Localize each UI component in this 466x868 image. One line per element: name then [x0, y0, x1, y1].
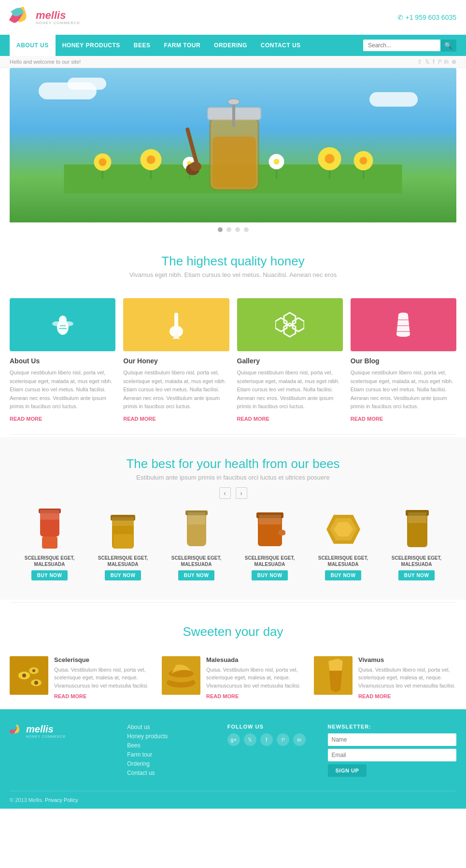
feature-icon-gallery	[237, 298, 343, 351]
welcome-text: Hello and welcome to our site!	[10, 59, 81, 65]
sweeten-item-2: Malesuada Quisa. Vestibulum libero nisl,…	[162, 656, 304, 700]
feature-title-honey: Our Honey	[123, 357, 229, 365]
sweeten-title: Sweeten your day	[10, 624, 456, 639]
svg-rect-25	[232, 103, 235, 127]
svg-point-69	[22, 674, 26, 677]
sweeten-title-2: Malesuada	[206, 656, 304, 663]
slider-dot-1[interactable]	[218, 227, 223, 232]
svg-rect-51	[112, 517, 134, 526]
footer-link-ordering[interactable]: Ordering	[127, 760, 213, 767]
hero-slider	[10, 68, 456, 234]
jar-svg	[181, 88, 268, 194]
carousel-prev[interactable]: ‹	[219, 487, 231, 499]
svg-point-4	[147, 155, 155, 164]
carousel-next[interactable]: ›	[236, 487, 247, 499]
buy-button-5[interactable]: BUY NOW	[325, 570, 362, 580]
svg-marker-38	[275, 318, 287, 331]
footer-link-about[interactable]: About us	[127, 724, 213, 730]
social-rss-icon[interactable]: ⊕	[452, 58, 456, 65]
footer-google-icon[interactable]: g+	[227, 733, 240, 746]
product-title-2: SCELERISQUE EGET, MALESUADA	[89, 555, 157, 567]
product-grid: SCELERISQUE EGET, MALESUADA BUY NOW SCEL…	[0, 503, 466, 590]
feature-icon-about	[10, 298, 115, 351]
signup-button[interactable]: SIGN UP	[328, 764, 367, 777]
divider-1	[10, 434, 456, 435]
buy-button-6[interactable]: BUY NOW	[398, 570, 435, 580]
logo-icon	[10, 6, 33, 29]
nav-bees[interactable]: BEES	[127, 35, 157, 56]
sweeten-link-2[interactable]: READ MORE	[206, 693, 239, 699]
slider-dot-4[interactable]	[244, 227, 249, 232]
newsletter-name-input[interactable]	[328, 733, 456, 746]
hero-heading: The highest quality honey	[0, 254, 466, 269]
svg-point-40	[398, 313, 408, 317]
feature-text-honey: Quisque nestibulum libero nisl, porta ve…	[123, 369, 229, 411]
search-input[interactable]	[363, 40, 440, 51]
social-twitter-icon[interactable]: 𝕏	[425, 58, 430, 65]
footer-logo-name: mellis	[26, 724, 66, 735]
feature-title-blog: Our Blog	[351, 357, 456, 365]
sweeten-link-3[interactable]: READ MORE	[358, 693, 391, 699]
footer-facebook-icon[interactable]: f	[260, 733, 273, 746]
cloud-3	[369, 92, 418, 107]
footer-social-row: g+ 𝕏 f 𝓟 in	[227, 733, 313, 746]
nav-honey-products[interactable]: HONEY PRODUCTS	[56, 35, 127, 56]
buy-button-4[interactable]: BUY NOW	[252, 570, 288, 580]
footer-pinterest-icon[interactable]: 𝓟	[277, 733, 289, 746]
sweeten-link-1[interactable]: READ MORE	[54, 693, 86, 699]
logo[interactable]: mellis HONEY COMMERCE	[10, 6, 80, 29]
newsletter-email-input[interactable]	[328, 749, 456, 761]
products-subtext: Estibulum ante ipsum primis in faucibus …	[0, 474, 466, 481]
privacy-link[interactable]: Privacy Policy	[45, 797, 78, 803]
footer-twitter-icon[interactable]: 𝕏	[244, 733, 256, 746]
slider-dot-2[interactable]	[226, 227, 231, 232]
buy-button-3[interactable]: BUY NOW	[178, 570, 215, 580]
buy-button-2[interactable]: BUY NOW	[105, 570, 141, 580]
nav-contact-us[interactable]: CONTACT US	[254, 35, 308, 56]
nav-about-us[interactable]: ABOUT US	[10, 35, 56, 56]
logo-sub: HONEY COMMERCE	[36, 21, 80, 25]
footer-link-honey[interactable]: Honey products	[127, 733, 213, 740]
logo-text: mellis HONEY COMMERCE	[36, 10, 80, 25]
feature-link-honey[interactable]: READ MORE	[123, 416, 155, 422]
nav-ordering[interactable]: ORDERING	[207, 35, 254, 56]
blog-icon	[389, 310, 418, 339]
svg-rect-50	[113, 534, 133, 549]
sweeten-heading: Sweeten your day	[10, 615, 456, 642]
footer-link-contact[interactable]: Contact us	[127, 770, 213, 776]
product-title-4: SCELERISQUE EGET, MALESUADA	[236, 555, 304, 567]
svg-point-71	[34, 681, 38, 685]
footer-linkedin-icon[interactable]: in	[293, 733, 306, 746]
product-jar-4	[254, 508, 285, 551]
svg-marker-39	[293, 318, 304, 331]
search-area: 🔍	[363, 40, 456, 52]
product-jar-2	[110, 508, 136, 551]
product-item-4: SCELERISQUE EGET, MALESUADA BUY NOW	[236, 508, 304, 580]
footer-link-bees[interactable]: Bees	[127, 742, 213, 749]
svg-point-35	[171, 327, 181, 334]
svg-marker-36	[284, 313, 296, 326]
phone-number: +1 959 603 6035	[397, 14, 457, 21]
footer-link-farm[interactable]: Farm tour	[127, 751, 213, 758]
social-facebook-icon[interactable]: f	[433, 58, 434, 65]
feature-link-blog[interactable]: READ MORE	[351, 416, 383, 422]
cloud-2	[68, 78, 106, 90]
pancake-thumb-svg	[162, 656, 200, 695]
search-button[interactable]: 🔍	[440, 40, 456, 52]
social-share-icon[interactable]: ⇧	[417, 58, 422, 65]
svg-point-2	[99, 158, 107, 166]
product-image-5	[310, 508, 377, 551]
nav-farm-tour[interactable]: FARM TOUR	[157, 35, 208, 56]
feature-link-about[interactable]: READ MORE	[10, 416, 42, 422]
footer: mellis HONEY COMMERCE About us Honey pro…	[0, 709, 466, 809]
social-pinterest-icon[interactable]: 𝓟	[438, 58, 441, 65]
footer-grid: mellis HONEY COMMERCE About us Honey pro…	[10, 724, 456, 791]
svg-rect-54	[188, 512, 205, 524]
sweeten-desc-3: Quisa. Vestibulum libero nisl, porta vel…	[358, 666, 456, 690]
feature-icon-honey	[123, 298, 229, 351]
feature-link-gallery[interactable]: READ MORE	[237, 416, 269, 422]
slider-dot-3[interactable]	[235, 227, 240, 232]
product-image-4	[236, 508, 304, 551]
social-linkedin-icon[interactable]: in	[444, 58, 449, 65]
buy-button-1[interactable]: BUY NOW	[31, 570, 68, 580]
